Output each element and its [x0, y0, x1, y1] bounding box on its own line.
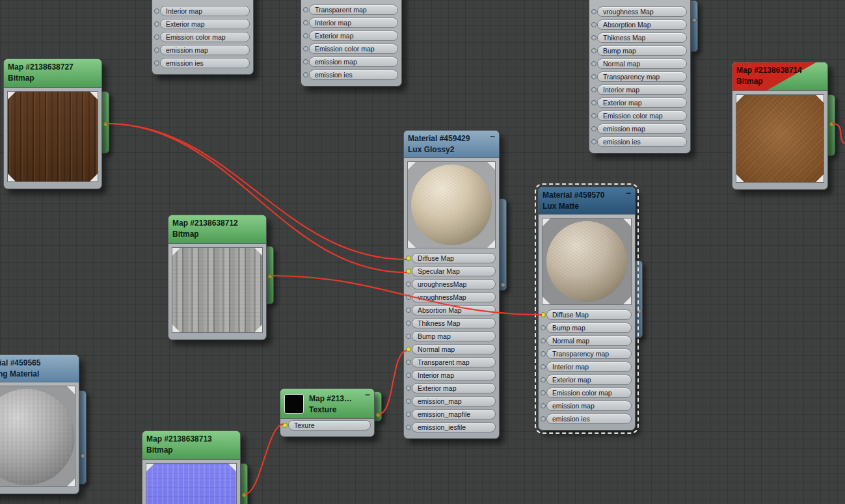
slot-input-dot[interactable]	[591, 74, 597, 79]
slot-interior-map[interactable]: Interior map	[597, 85, 687, 95]
slot-emission-map[interactable]: emission map	[160, 45, 250, 55]
slot-normal-map[interactable]: Normal map	[412, 344, 496, 354]
slot-emission-map[interactable]: emission_map	[412, 396, 496, 406]
slot-vroughnessmap[interactable]: vroughnessMap	[412, 292, 496, 302]
slot-input-dot[interactable]	[303, 7, 308, 12]
slot-input-dot[interactable]	[541, 351, 546, 356]
output-dot[interactable]	[636, 308, 641, 313]
node-header[interactable]: Material #459565Missing Material	[0, 355, 79, 382]
slot-emission-map[interactable]: emission map	[309, 57, 398, 67]
node-header[interactable]: Map #213…Texture−	[280, 389, 374, 419]
node-header[interactable]: Map #2138638727Bitmap	[4, 59, 101, 88]
slot-input-dot[interactable]	[303, 33, 308, 38]
node-header[interactable]: Map #2138638712Bitmap	[168, 215, 266, 244]
wire[interactable]	[245, 424, 284, 494]
slot-input-dot[interactable]	[154, 60, 159, 66]
slot-input-dot[interactable]	[591, 22, 597, 27]
slot-input-dot[interactable]	[591, 9, 597, 14]
output-dot[interactable]	[80, 453, 85, 458]
slot-input-dot[interactable]	[541, 403, 546, 408]
slot-exterior-map[interactable]: Exterior map	[309, 31, 398, 41]
slot-input-dot[interactable]	[406, 347, 411, 352]
slot-emission-iesfile[interactable]: emission_iesfile	[412, 422, 496, 432]
slot-normal-map[interactable]: Normal map	[597, 59, 687, 69]
slot-emission-map[interactable]: emission map	[546, 401, 632, 411]
slot-input-dot[interactable]	[406, 412, 411, 417]
slot-input-dot[interactable]	[154, 8, 159, 14]
slot-input-dot[interactable]	[406, 425, 411, 430]
slot-exterior-map[interactable]: Exterior map	[412, 383, 496, 393]
slot-interior-map[interactable]: Interior map	[309, 18, 398, 28]
slot-input-dot[interactable]	[591, 48, 597, 53]
slot-input-dot[interactable]	[541, 390, 546, 395]
slot-input-dot[interactable]	[591, 87, 597, 92]
slot-input-dot[interactable]	[303, 46, 308, 51]
slot-input-dot[interactable]	[406, 321, 411, 326]
output-dot[interactable]	[500, 282, 505, 287]
slot-emission-ies[interactable]: emission ies	[597, 137, 687, 147]
slot-input-dot[interactable]	[591, 126, 597, 131]
slot-interior-map[interactable]: Interior map	[160, 6, 250, 16]
slot-input-dot[interactable]	[303, 20, 308, 25]
output-dot[interactable]	[829, 122, 834, 127]
slot-interior-map[interactable]: Interior map	[412, 370, 496, 380]
slot-absortion-map[interactable]: Absortion Map	[412, 305, 496, 315]
slot-interior-map[interactable]: Interior map	[546, 362, 632, 372]
slot-emission-map[interactable]: emission map	[597, 124, 687, 134]
collapse-button[interactable]: −	[490, 131, 495, 142]
slot-vroughness-map[interactable]: vroughness Map	[597, 7, 687, 17]
slot-exterior-map[interactable]: Exterior map	[546, 375, 632, 385]
slot-input-dot[interactable]	[591, 61, 597, 66]
output-dot[interactable]	[267, 274, 273, 279]
slot-input-dot[interactable]	[406, 373, 411, 378]
slot-normal-map[interactable]: Normal map	[546, 336, 632, 346]
output-dot[interactable]	[375, 412, 381, 418]
node-header[interactable]: Material #459429Lux Glossy2−	[404, 131, 499, 158]
slot-input-dot[interactable]	[406, 256, 411, 261]
slot-texure[interactable]: Texure	[288, 420, 371, 431]
slot-diffuse-map[interactable]: Diffuse Map	[412, 253, 496, 263]
slot-input-dot[interactable]	[541, 364, 546, 369]
slot-transparent-map[interactable]: Transparent map	[309, 5, 398, 15]
slot-thikness-map[interactable]: Thikness Map	[597, 33, 687, 43]
slot-input-dot[interactable]	[154, 21, 159, 27]
slot-input-dot[interactable]	[406, 399, 411, 404]
slot-input-dot[interactable]	[591, 139, 597, 144]
slot-emission-mapfile[interactable]: emission_mapfile	[412, 409, 496, 419]
slot-emission-color-map[interactable]: Emission color map	[309, 44, 398, 54]
slot-input-dot[interactable]	[541, 377, 546, 382]
output-dot[interactable]	[691, 18, 697, 23]
node-editor-canvas[interactable]: Interior mapExterior mapEmission color m…	[0, 0, 845, 504]
slot-emission-ies[interactable]: emission ies	[309, 70, 398, 80]
slot-input-dot[interactable]	[406, 360, 411, 365]
slot-diffuse-map[interactable]: Diffuse Map	[546, 310, 632, 320]
slot-input-dot[interactable]	[154, 47, 159, 53]
slot-thikness-map[interactable]: Thikness Map	[412, 318, 496, 328]
slot-transparency-map[interactable]: Transparency map	[546, 349, 632, 359]
slot-transparency-map[interactable]: Transparency map	[597, 72, 687, 82]
slot-input-dot[interactable]	[406, 308, 411, 313]
slot-input-dot[interactable]	[541, 416, 546, 421]
slot-input-dot[interactable]	[591, 113, 597, 118]
slot-absorption-map[interactable]: Absorption Map	[597, 20, 687, 30]
slot-input-dot[interactable]	[303, 72, 308, 77]
slot-input-dot[interactable]	[591, 100, 597, 105]
slot-bump-map[interactable]: Bump map	[412, 331, 496, 341]
slot-input-dot[interactable]	[591, 35, 597, 40]
slot-transparent-map[interactable]: Transparent map	[412, 357, 496, 367]
slot-emission-color-map[interactable]: Emission color map	[160, 32, 250, 42]
slot-input-dot[interactable]	[541, 312, 546, 317]
slot-emission-color-map[interactable]: Emission color map	[546, 388, 632, 398]
slot-uroughnessmap[interactable]: uroughnessMap	[412, 279, 496, 289]
slot-input-dot[interactable]	[406, 269, 411, 274]
node-header[interactable]: Material #459570Lux Matte−	[539, 187, 635, 215]
slot-specular-map[interactable]: Specular Map	[412, 266, 496, 276]
slot-input-dot[interactable]	[303, 59, 308, 64]
slot-input-dot[interactable]	[406, 295, 411, 300]
node-header[interactable]: Map #2138638714Bitmap	[732, 62, 827, 91]
slot-input-dot[interactable]	[154, 34, 159, 40]
slot-bump-map[interactable]: Bump map	[546, 323, 632, 333]
slot-bump-map[interactable]: Bump map	[597, 46, 687, 56]
slot-emission-color-map[interactable]: Emission color map	[597, 111, 687, 121]
output-dot[interactable]	[241, 492, 247, 497]
